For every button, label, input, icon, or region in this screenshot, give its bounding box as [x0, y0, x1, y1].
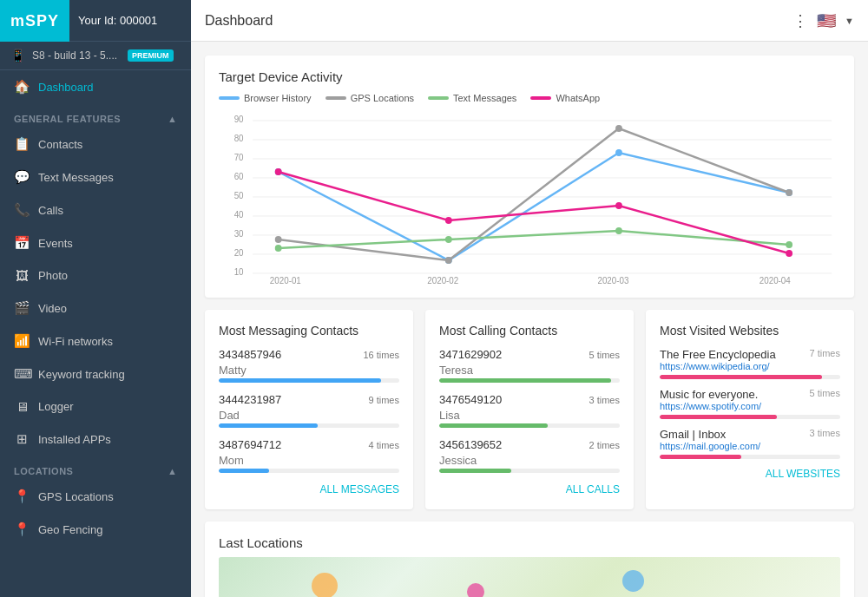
svg-text:30: 30 [234, 229, 244, 239]
logo-area: mSPY [0, 0, 69, 42]
stats-row: Most Messaging Contacts 3434857946 16 ti… [205, 310, 854, 509]
svg-point-28 [615, 125, 622, 132]
gps-icon: 📍 [14, 489, 30, 504]
logo: mSPY [10, 12, 59, 30]
android-icon: 📱 [10, 49, 25, 62]
messaging-contact-3: 3487694712 4 times Mom [219, 438, 399, 473]
svg-point-32 [615, 227, 622, 234]
map-placeholder [219, 557, 840, 597]
svg-text:20: 20 [234, 248, 244, 258]
keyboard-icon: ⌨ [14, 366, 30, 382]
sidebar-item-photo[interactable]: 🖼 Photo [0, 259, 191, 292]
website-item-2: Music for everyone. https://www.spotify.… [660, 388, 840, 419]
messaging-contacts-card: Most Messaging Contacts 3434857946 16 ti… [205, 310, 413, 509]
events-icon: 📅 [14, 235, 30, 251]
contact-number-3: 3487694712 [219, 438, 281, 451]
messaging-contact-1: 3434857946 16 times Matty [219, 348, 399, 383]
calling-contact-3: 3456139652 2 times Jessica [439, 438, 620, 473]
contact-number-2: 3444231987 [219, 393, 281, 406]
contact-number-1: 3434857946 [219, 348, 281, 361]
calling-contacts-card: Most Calling Contacts 3471629902 5 times… [425, 310, 634, 509]
all-messages-link[interactable]: ALL MESSAGES [219, 483, 399, 495]
main-content: Dashboard ⋮ 🇺🇸 ▼ Target Device Activity … [191, 0, 868, 597]
sidebar-item-calls[interactable]: 📞 Calls [0, 194, 191, 226]
language-chevron-icon[interactable]: ▼ [845, 16, 854, 26]
device-row: 📱 S8 - build 13 - 5.... PREMIUM [0, 42, 191, 70]
sidebar-item-installed-apps[interactable]: ⊞ Installed APPs [0, 423, 191, 456]
svg-text:10: 10 [234, 267, 244, 277]
map-marker-2 [467, 583, 484, 597]
calling-contact-2: 3476549120 3 times Lisa [439, 393, 620, 428]
websites-title: Most Visited Websites [660, 324, 840, 338]
device-name: S8 - build 13 - 5.... [32, 49, 117, 62]
whatsapp-color [530, 96, 551, 100]
chart-title: Target Device Activity [219, 69, 840, 84]
sidebar-item-dashboard[interactable]: 🏠 Dashboard [0, 70, 191, 103]
text-messages-color [428, 96, 449, 100]
sidebar-item-gps-locations[interactable]: 📍 GPS Locations [0, 480, 191, 513]
calling-number-1: 3471629902 [439, 348, 502, 361]
messaging-bar-1 [219, 378, 381, 383]
sidebar-item-events[interactable]: 📅 Events [0, 226, 191, 259]
svg-point-31 [445, 236, 452, 243]
chart-legend: Browser History GPS Locations Text Messa… [219, 93, 840, 103]
messaging-bar-2 [219, 423, 318, 428]
svg-point-33 [786, 241, 792, 248]
general-features-label: GENERAL FEATURES [14, 114, 121, 124]
sidebar-item-contacts[interactable]: 📋 Contacts [0, 128, 191, 161]
contacts-icon: 📋 [14, 136, 30, 152]
calls-icon: 📞 [14, 202, 30, 218]
svg-point-36 [615, 202, 622, 209]
svg-point-29 [786, 189, 792, 196]
browser-history-color [219, 96, 240, 100]
website-item-3: Gmail | Inbox https://mail.google.com/ 3… [660, 428, 840, 459]
sidebar-item-keyword-tracking[interactable]: ⌨ Keyword tracking [0, 358, 191, 390]
map-marker-1 [312, 573, 338, 597]
calling-number-2: 3476549120 [439, 393, 502, 406]
last-locations-title: Last Locations [219, 535, 840, 550]
all-websites-link[interactable]: ALL WEBSITES [660, 468, 840, 480]
sidebar-item-logger[interactable]: 🖥 Logger [0, 390, 191, 423]
sidebar-item-text-messages[interactable]: 💬 Text Messages [0, 161, 191, 194]
flag-icon[interactable]: 🇺🇸 [817, 11, 836, 30]
user-id: Your Id: 000001 [69, 0, 191, 42]
sidebar-item-video[interactable]: 🎬 Video [0, 292, 191, 325]
gps-locations-color [326, 96, 346, 100]
premium-badge: PREMIUM [128, 49, 174, 62]
more-options-icon[interactable]: ⋮ [792, 11, 808, 30]
svg-point-37 [786, 250, 792, 257]
calling-bar-2 [439, 423, 548, 428]
sidebar-item-wifi[interactable]: 📶 Wi-Fi networks [0, 325, 191, 358]
chevron-up-icon: ▲ [168, 114, 177, 124]
calling-number-3: 3456139652 [439, 438, 502, 451]
svg-text:90: 90 [234, 115, 244, 124]
calling-bar-1 [439, 378, 611, 383]
page-title: Dashboard [205, 13, 273, 29]
svg-text:2020-01: 2020-01 [270, 276, 301, 284]
svg-point-35 [445, 217, 452, 224]
svg-point-24 [615, 149, 622, 156]
locations-section: LOCATIONS ▲ [0, 456, 191, 480]
svg-text:70: 70 [234, 153, 244, 162]
topbar-right: ⋮ 🇺🇸 ▼ [792, 11, 854, 30]
topbar: Dashboard ⋮ 🇺🇸 ▼ [191, 0, 868, 42]
svg-point-26 [275, 236, 282, 243]
sidebar-item-geo-fencing[interactable]: 📍 Geo Fencing [0, 513, 191, 546]
website-bar-1 [660, 375, 822, 379]
chevron-up-icon-2: ▲ [168, 466, 177, 476]
sidebar: mSPY Your Id: 000001 📱 S8 - build 13 - 5… [0, 0, 191, 597]
all-calls-link[interactable]: ALL CALLS [439, 483, 620, 495]
wifi-icon: 📶 [14, 333, 30, 349]
website-item-1: The Free Encyclopedia https://www.wikipe… [660, 348, 840, 379]
website-bar-3 [660, 455, 741, 459]
messaging-contacts-title: Most Messaging Contacts [219, 324, 399, 338]
legend-whatsapp: WhatsApp [530, 93, 600, 103]
svg-text:2020-04: 2020-04 [760, 276, 791, 284]
svg-point-30 [275, 245, 282, 252]
svg-point-34 [275, 168, 282, 175]
svg-text:80: 80 [234, 134, 244, 143]
svg-text:2020-02: 2020-02 [427, 276, 458, 284]
svg-text:40: 40 [234, 210, 244, 220]
locations-label: LOCATIONS [14, 466, 73, 476]
activity-chart-card: Target Device Activity Browser History G… [205, 56, 854, 298]
